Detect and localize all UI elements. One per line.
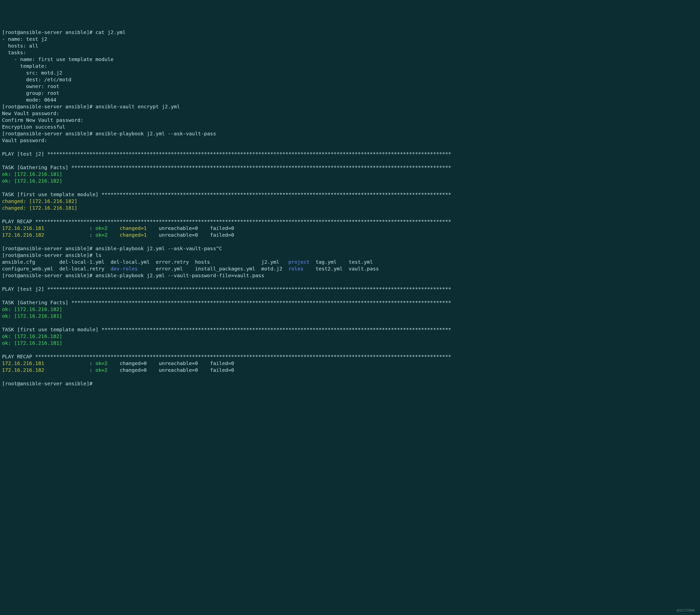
recap-unreachable: unreachable=0 (159, 225, 198, 231)
ok-host: ok: [172.16.216.182] (2, 333, 62, 339)
recap-changed: changed=0 (120, 367, 147, 373)
ls-entry: configure_web.yml (2, 266, 53, 272)
recap-changed: changed=0 (120, 360, 147, 366)
recap-host: 172.16.216.182 (2, 232, 44, 238)
ok-host: ok: [172.16.216.181] (2, 313, 62, 319)
ls-entry: install_packages.yml (195, 266, 255, 272)
star-divider: ****************************************… (101, 191, 451, 197)
recap-failed: failed=0 (210, 360, 234, 366)
vault-newpw: New Vault password: (2, 110, 59, 116)
recap-unreachable: unreachable=0 (159, 232, 198, 238)
ls-entry: ansible.cfg (2, 259, 35, 265)
prompt: [root@ansible-server ansible]# (2, 29, 92, 35)
prompt[interactable]: [root@ansible-server ansible]# (2, 381, 92, 387)
ls-entry: del-local.retry (59, 266, 105, 272)
recap-host: 172.16.216.182 (2, 367, 44, 373)
recap-ok: ok=2 (96, 225, 108, 231)
task-template: TASK [first use template module] (2, 191, 101, 197)
ok-host: ok: [172.16.216.182] (2, 306, 62, 312)
recap-unreachable: unreachable=0 (159, 367, 198, 373)
recap-changed: changed=1 (120, 225, 147, 231)
star-divider: ****************************************… (35, 218, 451, 225)
ls-entry: j2.yml (261, 259, 279, 265)
ls-entry: test2.yml (315, 266, 342, 272)
cmd-ls: ls (96, 252, 101, 258)
vault-askpw: Vault password: (2, 137, 47, 143)
star-divider: ****************************************… (71, 299, 451, 306)
recap-ok: ok=2 (96, 232, 108, 238)
star-divider: ****************************************… (47, 286, 451, 292)
recap-failed: failed=0 (210, 367, 234, 373)
ok-host: ok: [172.16.216.181] (2, 340, 62, 346)
ls-entry: tag.yml (315, 259, 337, 265)
yaml-line: - name: test j2 (2, 36, 47, 42)
ls-entry: motd.j2 (261, 266, 283, 272)
ls-dir: dev-roles (111, 266, 138, 272)
task-gather: TASK [Gathering Facts] (2, 299, 71, 306)
changed-host: changed: [172.16.216.181] (2, 205, 77, 211)
prompt: [root@ansible-server ansible]# (2, 252, 92, 258)
recap-failed: failed=0 (210, 232, 234, 238)
vault-success: Encryption successful (2, 124, 65, 130)
terminal-output: [root@ansible-server ansible]# cat j2.ym… (2, 29, 698, 387)
cmd-cat: cat j2.yml (96, 29, 125, 35)
task-gather: TASK [Gathering Facts] (2, 164, 71, 170)
cmd-playbook-ask-cancel: ansible-playbook j2.yml --ask-vault-pass… (96, 245, 222, 252)
play-recap: PLAY RECAP (2, 354, 35, 360)
prompt: [root@ansible-server ansible]# (2, 104, 92, 110)
recap-host: 172.16.216.181 (2, 360, 44, 366)
play-recap: PLAY RECAP (2, 218, 35, 225)
star-divider: ****************************************… (35, 354, 451, 360)
play-header: PLAY [test j2] (2, 151, 47, 157)
cmd-playbook-file: ansible-playbook j2.yml --vault-password… (96, 272, 264, 279)
recap-host: 172.16.216.181 (2, 225, 44, 231)
play-header: PLAY [test j2] (2, 286, 47, 292)
cmd-vault-encrypt: ansible-vault encrypt j2.yml (96, 104, 180, 110)
ls-entry: del-local-1.yml (59, 259, 105, 265)
ok-host: ok: [172.16.216.181] (2, 171, 62, 177)
yaml-line: group: root (2, 90, 59, 96)
yaml-line: hosts: all (2, 43, 38, 49)
yaml-line: dest: /etc/motd (2, 77, 71, 82)
star-divider: ****************************************… (101, 326, 451, 333)
recap-changed: changed=1 (120, 232, 147, 238)
ls-entry: test.yml (349, 259, 373, 265)
ls-entry: error.yml (156, 266, 183, 272)
ls-entry: hosts (195, 259, 210, 265)
prompt: [root@ansible-server ansible]# (2, 272, 92, 279)
ls-entry: vault.pass (349, 266, 379, 272)
star-divider: ****************************************… (71, 164, 451, 170)
yaml-line: template: (2, 63, 47, 69)
yaml-line: owner: root (2, 83, 59, 89)
yaml-line: mode: 0644 (2, 97, 56, 103)
ls-dir: roles (288, 266, 303, 272)
ls-entry: error.retry (156, 259, 189, 265)
recap-ok: ok=2 (96, 367, 108, 373)
yaml-line: tasks: (2, 50, 26, 55)
ls-dir: project (288, 259, 310, 265)
task-template: TASK [first use template module] (2, 326, 101, 333)
ok-host: ok: [172.16.216.182] (2, 178, 62, 184)
yaml-line: src: motd.j2 (2, 70, 62, 76)
recap-ok: ok=2 (96, 360, 108, 366)
cmd-playbook-ask: ansible-playbook j2.yml --ask-vault-pass (96, 131, 216, 137)
star-divider: ****************************************… (47, 151, 451, 157)
prompt: [root@ansible-server ansible]# (2, 131, 92, 137)
recap-unreachable: unreachable=0 (159, 360, 198, 366)
yaml-line: - name: first use template module (2, 56, 114, 62)
changed-host: changed: [172.16.216.182] (2, 198, 77, 204)
prompt: [root@ansible-server ansible]# (2, 245, 92, 252)
vault-confirm: Confirm New Vault password: (2, 117, 83, 123)
ls-entry: del-local.yml (111, 259, 150, 265)
recap-failed: failed=0 (210, 225, 234, 231)
